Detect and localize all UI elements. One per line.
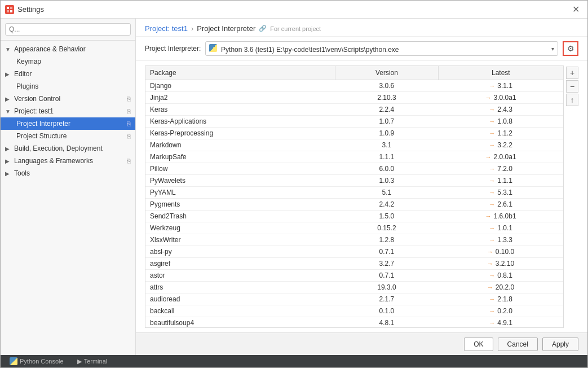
table-row[interactable]: Markdown 3.1 → 3.2.2 [145, 139, 563, 151]
package-name: asgiref [145, 258, 335, 270]
update-arrow-icon: → [489, 106, 495, 113]
table-row[interactable]: asgiref 3.2.7 → 3.2.10 [145, 258, 563, 270]
sidebar-item-editor[interactable]: ▶ Editor [1, 68, 135, 80]
table-row[interactable]: backcall 0.1.0 → 0.2.0 [145, 305, 563, 317]
search-input[interactable] [5, 23, 131, 36]
copy-icon: ⎘ [127, 95, 131, 102]
packages-table: Package Version Latest Django 3.0.6 → 3.… [145, 66, 563, 328]
table-row[interactable]: PyWavelets 1.0.3 → 1.1.1 [145, 175, 563, 187]
latest-version: 2.1.8 [497, 295, 512, 303]
package-name: Keras-Preprocessing [145, 128, 335, 139]
update-arrow-icon: → [487, 260, 493, 267]
sidebar-item-project-structure[interactable]: Project Structure ⎘ [1, 130, 135, 142]
package-latest: → 0.10.0 [438, 246, 563, 258]
package-version: 1.0.3 [335, 175, 438, 187]
latest-version: 4.9.1 [497, 319, 512, 327]
table-row[interactable]: Pillow 6.0.0 → 7.2.0 [145, 163, 563, 175]
copy-icon: ⎘ [127, 108, 131, 115]
interpreter-select[interactable]: Python 3.6 (test1) E:\py-code\test1\venv… [205, 41, 558, 56]
gear-icon: ⚙ [567, 44, 574, 53]
terminal-icon: ▶ [77, 358, 82, 365]
package-version: 0.15.2 [335, 222, 438, 234]
package-name: Keras-Applications [145, 116, 335, 128]
sidebar-item-plugins[interactable]: Plugins [1, 80, 135, 93]
package-name: XlsxWriter [145, 234, 335, 246]
sidebar-item-project-interpreter[interactable]: Project Interpreter ⎘ [1, 117, 135, 130]
table-row[interactable]: Keras-Preprocessing 1.0.9 → 1.1.2 [145, 128, 563, 139]
package-name: Jinja2 [145, 92, 335, 104]
table-row[interactable]: beautifulsoup4 4.8.1 → 4.9.1 [145, 317, 563, 328]
package-version: 3.0.6 [335, 80, 438, 92]
latest-version: 7.2.0 [497, 165, 512, 173]
package-version: 2.4.2 [335, 199, 438, 211]
table-row[interactable]: Pygments 2.4.2 → 2.6.1 [145, 199, 563, 211]
table-row[interactable]: Keras 2.2.4 → 2.4.3 [145, 104, 563, 116]
sidebar-item-label: Project: test1 [14, 107, 54, 115]
table-row[interactable]: absl-py 0.7.1 → 0.10.0 [145, 246, 563, 258]
title-bar: Settings ✕ [1, 1, 587, 19]
sidebar-item-project[interactable]: ▼ Project: test1 ⎘ [1, 105, 135, 117]
breadcrumb-separator: › [191, 24, 193, 33]
sidebar-item-build[interactable]: ▶ Build, Execution, Deployment [1, 142, 135, 155]
breadcrumb-project[interactable]: Project: test1 [145, 24, 188, 33]
cancel-button[interactable]: Cancel [498, 338, 538, 351]
table-row[interactable]: Keras-Applications 1.0.7 → 1.0.8 [145, 116, 563, 128]
package-latest: → 5.3.1 [438, 187, 563, 199]
table-row[interactable]: Werkzeug 0.15.2 → 1.0.1 [145, 222, 563, 234]
gear-button[interactable]: ⚙ [563, 41, 578, 56]
package-latest: → 20.2.0 [438, 282, 563, 293]
table-row[interactable]: astor 0.7.1 → 0.8.1 [145, 270, 563, 282]
table-row[interactable]: Django 3.0.6 → 3.1.1 [145, 80, 563, 92]
close-button[interactable]: ✕ [569, 3, 583, 16]
latest-version: 3.0.0a1 [494, 94, 516, 102]
latest-version: 1.1.1 [497, 177, 512, 185]
tab-terminal[interactable]: ▶ Terminal [70, 357, 114, 366]
sidebar-item-appearance[interactable]: ▼ Appearance & Behavior [1, 43, 135, 55]
tab-python-console[interactable]: Python Console [3, 356, 70, 366]
package-version: 2.2.4 [335, 104, 438, 116]
update-arrow-icon: → [485, 213, 492, 220]
remove-package-button[interactable]: − [566, 80, 578, 93]
interpreter-value: Python 3.6 (test1) E:\py-code\test1\venv… [209, 44, 399, 54]
table-row[interactable]: attrs 19.3.0 → 20.2.0 [145, 282, 563, 293]
table-row[interactable]: XlsxWriter 1.2.8 → 1.3.3 [145, 234, 563, 246]
table-row[interactable]: PyYAML 5.1 → 5.3.1 [145, 187, 563, 199]
package-name: Keras [145, 104, 335, 116]
sidebar-item-label: Languages & Frameworks [14, 157, 93, 165]
package-name: Markdown [145, 139, 335, 151]
sidebar-item-version-control[interactable]: ▶ Version Control ⎘ [1, 93, 135, 105]
table-row[interactable]: MarkupSafe 1.1.1 → 2.0.0a1 [145, 151, 563, 163]
sidebar-item-languages[interactable]: ▶ Languages & Frameworks ⎘ [1, 155, 135, 167]
package-latest: → 2.6.1 [438, 199, 563, 211]
sidebar-item-label: Appearance & Behavior [14, 45, 86, 53]
update-arrow-icon: → [489, 319, 495, 326]
interpreter-label: Project Interpreter: [145, 45, 201, 52]
main-content: ▼ Appearance & Behavior Keymap ▶ Editor … [1, 19, 587, 355]
latest-version: 3.2.2 [497, 141, 512, 149]
tab-python-console-label: Python Console [20, 358, 64, 365]
table-row[interactable]: audioread 2.1.7 → 2.1.8 [145, 293, 563, 305]
latest-version: 2.6.1 [497, 200, 512, 208]
package-name: attrs [145, 282, 335, 293]
update-arrow-icon: → [489, 296, 495, 303]
title-bar-left: Settings [5, 5, 44, 14]
package-version: 3.1 [335, 139, 438, 151]
add-package-button[interactable]: + [566, 67, 578, 79]
sidebar: ▼ Appearance & Behavior Keymap ▶ Editor … [1, 19, 136, 355]
package-name: beautifulsoup4 [145, 317, 335, 328]
ok-button[interactable]: OK [464, 338, 493, 351]
sidebar-item-keymap[interactable]: Keymap [1, 55, 135, 68]
sidebar-item-label: Tools [14, 169, 30, 177]
svg-rect-2 [7, 10, 9, 12]
package-latest: → 3.0.0a1 [438, 92, 563, 104]
svg-rect-1 [10, 10, 12, 12]
table-row[interactable]: Send2Trash 1.5.0 → 1.6.0b1 [145, 211, 563, 222]
copy-icon: ⎘ [127, 157, 131, 164]
tab-terminal-label: Terminal [84, 358, 108, 365]
table-actions: + − ↑ [566, 65, 578, 328]
table-row[interactable]: Jinja2 2.10.3 → 3.0.0a1 [145, 92, 563, 104]
apply-button[interactable]: Apply [542, 338, 578, 351]
upgrade-package-button[interactable]: ↑ [566, 94, 578, 106]
sidebar-item-tools[interactable]: ▶ Tools [1, 167, 135, 179]
col-version: Version [335, 66, 438, 80]
